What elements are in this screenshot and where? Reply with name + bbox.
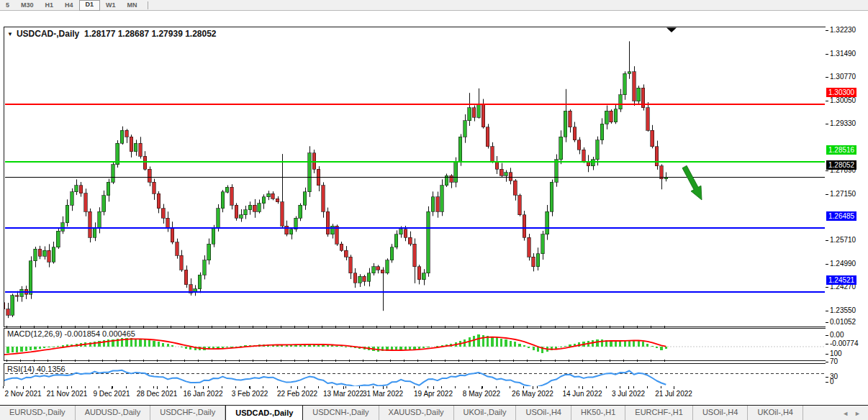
candle-down <box>363 276 366 281</box>
date-label: 21 Nov 2021 <box>47 390 88 398</box>
scale-tick <box>404 360 404 362</box>
candle-down <box>349 257 353 273</box>
scale-tick <box>75 360 76 362</box>
tab-audusd[interactable]: AUDUSD-,Daily <box>76 406 151 420</box>
scale-tick <box>513 360 514 362</box>
tab-ukoil[interactable]: UKOil-,Daily <box>454 406 517 420</box>
candle-up <box>464 121 467 137</box>
timeframe-button-d1[interactable]: D1 <box>79 0 101 11</box>
tab-usdchf[interactable]: USDCHF-,Daily <box>150 406 225 420</box>
scale-tick <box>89 326 89 328</box>
scale-tick <box>102 360 103 362</box>
scale-tick <box>167 386 168 388</box>
tab-eurchf[interactable]: EURCHF-,H1 <box>625 406 693 420</box>
date-label: 9 Dec 2021 <box>93 390 130 398</box>
candle-down <box>271 193 275 198</box>
candle-up <box>112 165 115 183</box>
macd-bar <box>427 347 429 347</box>
candle-up <box>390 247 394 260</box>
candle-down <box>253 205 256 211</box>
panel-separator[interactable] <box>4 360 826 363</box>
candle-up <box>564 111 567 137</box>
scale-tick <box>266 326 267 328</box>
timeframe-button-h1[interactable]: H1 <box>40 1 60 10</box>
macd-axis-label: -0.00774 <box>830 339 858 347</box>
date-tick <box>157 386 158 389</box>
scale-tick <box>469 386 469 388</box>
candle-down <box>281 202 284 227</box>
candle-up <box>198 275 202 288</box>
scale-tick <box>171 360 171 362</box>
candle-up <box>42 250 46 256</box>
macd-bar <box>491 337 493 347</box>
timeframe-button-mn[interactable]: MN <box>122 1 143 10</box>
macd-bar <box>98 341 100 347</box>
timeframe-button-w1[interactable]: W1 <box>100 1 122 10</box>
tab-usoil[interactable]: USOil-,H4 <box>693 406 749 420</box>
timeframe-button-5[interactable]: 5 <box>0 1 15 10</box>
scale-tick <box>48 360 48 362</box>
macd-bar <box>642 342 644 347</box>
candle-down <box>276 198 279 202</box>
tab-eurusd[interactable]: EURUSD-,Daily <box>0 406 76 420</box>
macd-bar <box>176 347 178 347</box>
scale-tick <box>455 386 456 388</box>
candle-up <box>34 249 37 261</box>
down-arrow-icon[interactable] <box>682 165 702 200</box>
candle-up <box>386 260 389 273</box>
macd-bar <box>6 347 9 353</box>
bar-position-marker-icon <box>666 28 677 33</box>
scale-tick <box>527 326 528 328</box>
scale-tick <box>143 326 144 328</box>
candle-up <box>600 124 604 140</box>
price-axis-label: 1.27150 <box>830 190 856 198</box>
candle-up <box>102 196 106 212</box>
tab-scroll-left-icon[interactable]: ◄ <box>842 410 849 417</box>
ohlc-close: 1.28052 <box>185 29 216 39</box>
candle-up <box>559 137 563 160</box>
date-tick <box>297 386 298 389</box>
candle-up <box>71 192 74 205</box>
candle-down <box>335 226 339 244</box>
price-axis[interactable]: 1.322301.314901.307701.300501.293301.278… <box>826 11 868 404</box>
candle-down <box>157 193 161 208</box>
scale-tick <box>527 360 528 362</box>
scale-tick <box>20 326 21 328</box>
candle-up <box>623 73 627 94</box>
scale-tick <box>486 360 487 362</box>
scale-tick <box>99 386 99 388</box>
main-chart-canvas[interactable] <box>4 27 825 325</box>
timeframe-button-m30[interactable]: M30 <box>15 1 40 10</box>
date-label: 26 May 2022 <box>512 390 553 398</box>
tab-usdcad[interactable]: USDCAD-,Daily <box>225 405 303 420</box>
panel-separator[interactable] <box>4 326 826 328</box>
main-chart-panel[interactable] <box>4 27 827 327</box>
timeframe-button-h4[interactable]: H4 <box>59 1 79 10</box>
candle-up <box>93 228 96 238</box>
candle-down <box>573 127 577 140</box>
tab-usoil[interactable]: USOil-,H4 <box>516 406 571 420</box>
date-label: 3 Feb 2022 <box>232 390 268 398</box>
chart-window: ▼USDCAD-,Daily 1.28177 1.28687 1.27939 1… <box>0 11 868 404</box>
macd-bar <box>158 342 160 347</box>
date-axis[interactable]: 2 Nov 202121 Nov 20219 Dec 202128 Dec 20… <box>0 386 868 404</box>
tab-ukoil[interactable]: UKOil-,H4 <box>748 406 803 420</box>
candle-up <box>303 192 307 205</box>
rsi-axis-tick <box>826 382 828 383</box>
price-axis-tick <box>826 77 828 78</box>
tab-hk50[interactable]: HK50-,H1 <box>571 406 625 420</box>
macd-bar <box>48 347 50 347</box>
macd-bar <box>615 341 617 347</box>
scale-tick <box>482 386 483 388</box>
scale-tick <box>499 360 500 362</box>
tab-xauusd[interactable]: XAUUSD-,Daily <box>379 406 454 420</box>
chart-symbol-label: USDCAD-,Daily <box>17 29 79 39</box>
tab-scroll-right-icon[interactable]: ► <box>854 410 861 417</box>
candle-up <box>664 178 668 179</box>
scale-tick <box>610 360 610 362</box>
price-axis-label: 1.29330 <box>830 119 856 127</box>
scale-tick <box>428 386 428 388</box>
tab-usdcnh[interactable]: USDCNH-,Daily <box>303 406 379 420</box>
candle-up <box>536 254 540 267</box>
rsi-axis-tick <box>826 354 828 355</box>
